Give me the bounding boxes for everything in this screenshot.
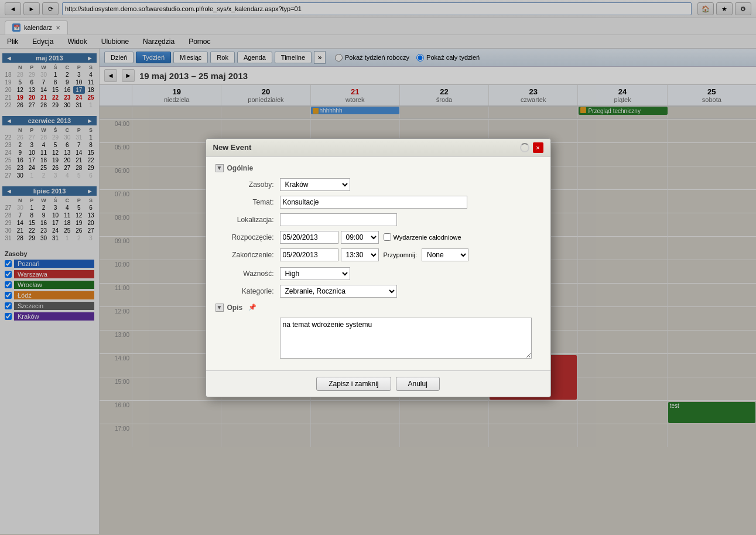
opis-textarea[interactable] bbox=[280, 318, 532, 359]
section-general-header: ▼ Ogólnie bbox=[215, 164, 541, 172]
zakonczenie-date-input[interactable] bbox=[280, 248, 338, 261]
kategorie-select[interactable]: Zebranie, RocznicaZebranieRocznica bbox=[280, 285, 397, 298]
kategorie-label: Kategorie: bbox=[215, 287, 280, 295]
save-button[interactable]: Zapisz i zamknij bbox=[316, 377, 391, 391]
spinner-icon bbox=[520, 143, 529, 152]
section-opis-header: ▼ Opis 📌 bbox=[215, 304, 541, 312]
section-opis-toggle[interactable]: ▼ bbox=[215, 304, 224, 312]
cancel-button[interactable]: Anuluj bbox=[396, 377, 440, 391]
new-event-dialog: New Event × ▼ Ogólnie Zasoby: KrakówPozn… bbox=[206, 138, 551, 397]
przypomnij-label: Przypomnij: bbox=[384, 251, 417, 258]
przypomnij-select[interactable]: None5 minutes10 minutes15 minutes30 minu… bbox=[422, 248, 468, 261]
wydarzenie-label: Wydarzenie całodniowe bbox=[394, 234, 461, 241]
waznosc-label: Ważność: bbox=[215, 270, 280, 278]
zakonczenie-label: Zakończenie: bbox=[215, 251, 280, 259]
dialog-overlay: New Event × ▼ Ogólnie Zasoby: KrakówPozn… bbox=[0, 0, 756, 534]
wydarzenie-checkbox[interactable] bbox=[384, 233, 391, 241]
dialog-header: New Event × bbox=[206, 139, 550, 157]
rozpoczecie-time-select[interactable]: 07:0008:0009:0010:0011:0012:00 bbox=[341, 231, 379, 244]
opis-pin-icon: 📌 bbox=[248, 304, 256, 311]
section-opis-label: Opis bbox=[227, 304, 243, 312]
wydarzenie-checkbox-group: Wydarzenie całodniowe bbox=[384, 233, 461, 241]
temat-row: Temat: bbox=[215, 196, 541, 209]
temat-label: Temat: bbox=[215, 198, 280, 206]
dialog-close-button[interactable]: × bbox=[533, 142, 543, 153]
rozpoczecie-date-input[interactable] bbox=[280, 231, 338, 244]
opis-row bbox=[280, 318, 541, 359]
zasoby-label: Zasoby: bbox=[215, 180, 280, 189]
section-general-toggle[interactable]: ▼ bbox=[215, 164, 224, 172]
lokalizacja-input[interactable] bbox=[280, 213, 397, 226]
lokalizacja-row: Lokalizacja: bbox=[215, 213, 541, 226]
waznosc-row: Ważność: HighNormalLow bbox=[215, 267, 541, 280]
lokalizacja-label: Lokalizacja: bbox=[215, 216, 280, 224]
zasoby-select[interactable]: KrakówPoznańWarszawaWrocławŁódźSzczecin bbox=[280, 178, 350, 191]
section-general-label: Ogólnie bbox=[227, 164, 254, 172]
temat-input[interactable] bbox=[280, 196, 467, 209]
rozpoczecie-label: Rozpoczęcie: bbox=[215, 233, 280, 241]
dialog-footer: Zapisz i zamknij Anuluj bbox=[206, 370, 550, 397]
dialog-title: New Event bbox=[213, 143, 252, 152]
dialog-body: ▼ Ogólnie Zasoby: KrakówPoznańWarszawaWr… bbox=[206, 157, 550, 370]
rozpoczecie-row: Rozpoczęcie: 07:0008:0009:0010:0011:0012… bbox=[215, 231, 541, 244]
kategorie-row: Kategorie: Zebranie, RocznicaZebranieRoc… bbox=[215, 285, 541, 298]
przypomnij-group: Przypomnij: None5 minutes10 minutes15 mi… bbox=[384, 248, 468, 261]
waznosc-select[interactable]: HighNormalLow bbox=[280, 267, 350, 280]
zasoby-row: Zasoby: KrakówPoznańWarszawaWrocławŁódźS… bbox=[215, 178, 541, 191]
zakonczenie-row: Zakończenie: 12:0012:3013:0013:3014:00 P… bbox=[215, 248, 541, 261]
zakonczenie-time-select[interactable]: 12:0012:3013:0013:3014:00 bbox=[341, 248, 379, 261]
